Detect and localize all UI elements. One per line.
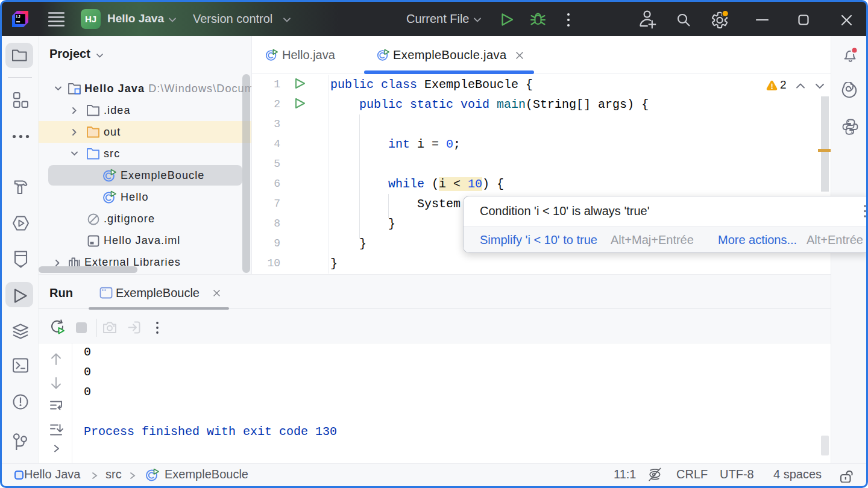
svg-text:IJ: IJ <box>16 14 20 19</box>
